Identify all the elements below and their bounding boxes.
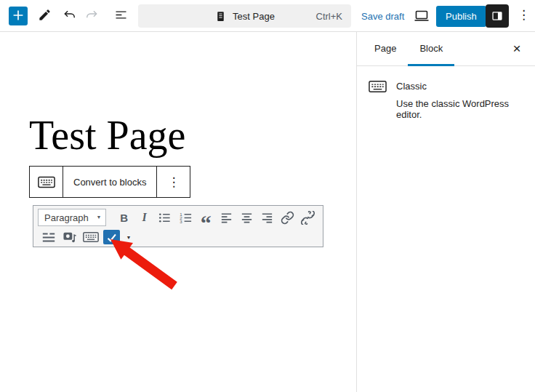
link-icon (281, 211, 294, 225)
close-sidebar-button[interactable]: × (506, 38, 528, 60)
read-more-button[interactable] (38, 228, 59, 246)
laptop-preview-icon (413, 15, 430, 26)
command-shortcut: Ctrl+K (316, 11, 342, 22)
checkmark-plugin-button[interactable] (103, 230, 120, 244)
publish-button[interactable]: Publish (436, 6, 486, 27)
page-title[interactable]: Test Page (29, 112, 185, 159)
pencil-icon (38, 8, 52, 24)
settings-sidebar: Page Block × Classic Use the classic Wor… (356, 32, 535, 392)
format-select-value: Paragraph (44, 212, 89, 223)
align-right-button[interactable] (257, 209, 278, 226)
media-icon (63, 231, 77, 244)
tools-button[interactable] (36, 8, 52, 24)
undo-icon (63, 8, 77, 25)
document-bar[interactable]: Test Page Ctrl+K (138, 4, 351, 28)
settings-sidebar-toggle[interactable] (486, 4, 509, 28)
document-bar-title: Test Page (233, 11, 275, 22)
save-draft-button[interactable]: Save draft (361, 11, 404, 22)
editor-canvas: Test Page Convert to blocks ⋮ Paragraph … (0, 32, 356, 392)
numbered-list-button[interactable]: 123 (175, 209, 196, 226)
block-inserter-button[interactable] (9, 7, 28, 25)
document-overview-button[interactable] (113, 8, 129, 24)
close-icon: × (512, 41, 520, 56)
insert-link-button[interactable] (278, 209, 298, 226)
align-left-button[interactable] (216, 209, 236, 226)
bold-icon: B (120, 212, 128, 224)
numbered-list-icon: 123 (179, 211, 193, 225)
bullet-list-icon (158, 211, 172, 225)
preview-button[interactable] (413, 8, 430, 24)
convert-to-blocks-button[interactable]: Convert to blocks (63, 167, 157, 197)
remove-link-button[interactable] (298, 209, 318, 226)
editor-top-bar: Test Page Ctrl+K Save draft Publish ⋮ (0, 0, 535, 32)
svg-text:3: 3 (180, 219, 182, 224)
sidebar-tabs: Page Block × (357, 32, 535, 66)
align-center-button[interactable] (236, 209, 257, 226)
classic-editor-toolbar: Paragraph ▼ B I 123 “ (33, 205, 323, 247)
keyboard-icon (38, 176, 55, 188)
italic-icon: I (142, 211, 147, 224)
bullet-list-button[interactable] (155, 209, 175, 226)
align-right-icon (260, 211, 274, 225)
align-center-icon (240, 211, 254, 225)
block-card: Classic Use the classic WordPress editor… (357, 66, 535, 133)
toolbar-toggle-button[interactable] (80, 228, 101, 246)
select-arrow-icon: ▼ (97, 215, 102, 220)
block-card-title: Classic (396, 81, 523, 92)
undo-button[interactable] (62, 8, 78, 24)
italic-button[interactable]: I (134, 209, 155, 226)
block-card-text: Classic Use the classic WordPress editor… (396, 79, 523, 120)
unlink-icon (301, 211, 315, 225)
classic-block-keyboard-icon (369, 80, 387, 120)
classic-block-handle-button[interactable] (30, 167, 63, 197)
bold-button[interactable]: B (113, 209, 134, 226)
dropdown-caret-icon: ▼ (126, 235, 132, 240)
tab-page[interactable]: Page (363, 32, 408, 66)
list-view-icon (113, 7, 129, 25)
block-card-description: Use the classic WordPress editor. (396, 98, 523, 120)
redo-icon (84, 8, 99, 25)
block-options-button[interactable]: ⋮ (157, 167, 190, 197)
tab-block[interactable]: Block (408, 32, 454, 66)
kebab-icon: ⋮ (518, 8, 530, 22)
format-select[interactable]: Paragraph ▼ (38, 209, 106, 226)
plus-icon (10, 7, 26, 25)
plugin-dropdown-button[interactable]: ▼ (124, 228, 134, 246)
add-media-button[interactable] (59, 228, 80, 246)
redo-button[interactable] (84, 8, 100, 24)
keyboard-icon (83, 231, 99, 243)
kebab-icon: ⋮ (167, 176, 180, 188)
toolbar-row-2: ▼ (38, 228, 318, 247)
options-menu-button[interactable]: ⋮ (518, 9, 530, 21)
read-more-icon (41, 231, 56, 244)
sidebar-panel-icon (489, 8, 505, 24)
align-left-icon (220, 211, 233, 225)
classic-block-toolbar: Convert to blocks ⋮ (29, 166, 190, 198)
page-document-icon (214, 10, 227, 23)
toolbar-row-1: Paragraph ▼ B I 123 “ (38, 208, 318, 227)
checkmark-icon (105, 232, 118, 243)
blockquote-button[interactable]: “ (196, 215, 216, 232)
